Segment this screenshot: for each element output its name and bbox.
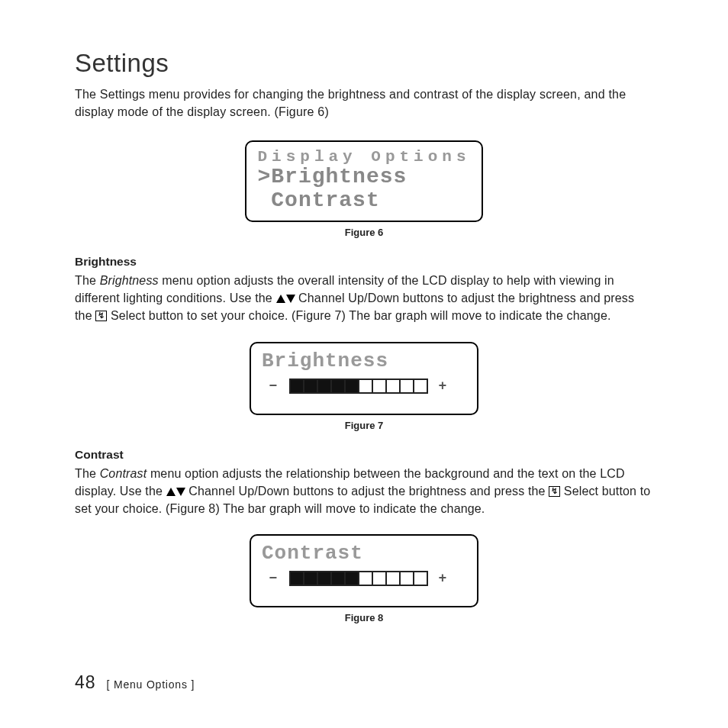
- select-icon: [95, 311, 107, 321]
- minus-icon: −: [266, 571, 280, 586]
- brightness-bargraph: [289, 378, 427, 394]
- contrast-bargraph: [289, 571, 427, 586]
- plus-icon: +: [436, 378, 449, 394]
- figure-7-caption: Figure 7: [75, 420, 653, 431]
- bar-segment: [358, 378, 373, 394]
- bar-segment: [399, 378, 414, 394]
- footer-section: [ Menu Options ]: [107, 678, 195, 691]
- figure-8-lcd: Contrast − +: [250, 534, 478, 607]
- lcd-title-brightness: Brightness: [262, 350, 466, 372]
- down-triangle-icon: [176, 488, 185, 496]
- lcd-line-contrast: Contrast: [257, 189, 470, 213]
- bar-segment: [330, 378, 346, 394]
- lcd-header: Display Options: [257, 148, 470, 166]
- bar-segment: [303, 571, 318, 586]
- figure-6-caption: Figure 6: [75, 227, 653, 238]
- figure-8-caption: Figure 8: [75, 612, 653, 623]
- contrast-subhead: Contrast: [75, 448, 653, 462]
- figure-6-lcd: Display Options >Brightness Contrast: [245, 140, 482, 222]
- brightness-paragraph: The Brightness menu option adjusts the o…: [75, 272, 653, 325]
- page-footer: 48 [ Menu Options ]: [75, 672, 195, 693]
- page-number: 48: [75, 672, 96, 693]
- bar-segment: [303, 378, 318, 394]
- bar-segment: [385, 378, 401, 394]
- brightness-subhead: Brightness: [75, 255, 653, 269]
- bar-segment: [344, 571, 359, 586]
- lcd-title-contrast: Contrast: [262, 542, 466, 565]
- bar-segment: [289, 378, 304, 394]
- intro-paragraph: The Settings menu provides for changing …: [75, 85, 653, 121]
- bar-segment: [372, 571, 387, 586]
- bar-segment: [413, 571, 428, 586]
- bar-segment: [317, 571, 332, 586]
- bar-segment: [399, 571, 414, 586]
- bar-segment: [385, 571, 401, 586]
- lcd-line-brightness: >Brightness: [257, 166, 470, 189]
- figure-7-lcd: Brightness − +: [250, 342, 478, 415]
- bar-segment: [413, 378, 428, 394]
- contrast-paragraph: The Contrast menu option adjusts the rel…: [75, 465, 653, 518]
- bar-segment: [330, 571, 346, 586]
- bar-segment: [289, 571, 304, 586]
- plus-icon: +: [436, 571, 449, 586]
- page-heading: Settings: [75, 49, 653, 78]
- bar-segment: [317, 378, 332, 394]
- up-triangle-icon: [166, 488, 176, 496]
- bar-segment: [372, 378, 387, 394]
- select-icon: [549, 486, 560, 497]
- up-triangle-icon: [276, 295, 285, 303]
- minus-icon: −: [266, 378, 280, 394]
- down-triangle-icon: [286, 295, 295, 303]
- bar-segment: [344, 378, 359, 394]
- bar-segment: [358, 571, 373, 586]
